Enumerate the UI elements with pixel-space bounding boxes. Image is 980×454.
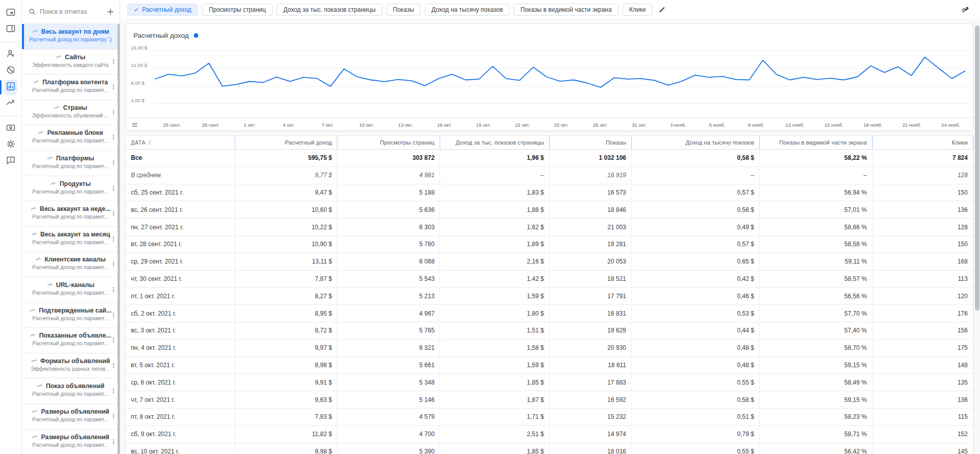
- value-cell: 1,89 $: [440, 236, 550, 253]
- metric-chip[interactable]: Просмотры страниц: [202, 4, 272, 16]
- report-item[interactable]: Показанные объявле...Расчетный доход по …: [22, 328, 120, 353]
- add-report-button[interactable]: [106, 8, 115, 16]
- kebab-menu-icon[interactable]: [109, 259, 118, 269]
- edit-metrics-button[interactable]: [656, 4, 668, 15]
- x-axis-tick: 9 нояб.: [737, 122, 776, 128]
- column-header[interactable]: Клики: [873, 136, 973, 149]
- value-cell: 1,59 $: [440, 288, 550, 304]
- kebab-menu-icon[interactable]: [109, 107, 118, 117]
- rail-item-payments[interactable]: [0, 121, 21, 137]
- metric-chip[interactable]: Доход за тыс. показов страницы: [277, 4, 382, 16]
- bar-chart-icon: [6, 81, 16, 91]
- report-item[interactable]: Весь аккаунт по днямРасчетный доход по п…: [22, 24, 120, 50]
- rail-item-pip[interactable]: [0, 5, 21, 21]
- table-row: ср, 29 сент. 2021 г.13,11 $6 0682,16 $20…: [126, 253, 973, 271]
- report-item[interactable]: ПродуктыРасчетный доход по парамет...: [22, 176, 120, 202]
- report-title: URL-каналы: [29, 281, 111, 289]
- rail-item-person[interactable]: [0, 46, 21, 63]
- column-header[interactable]: Расчетный доход: [235, 136, 338, 149]
- column-header[interactable]: Показы в видимой части экрана: [760, 136, 873, 149]
- value-cell: 0,57 $: [632, 184, 760, 201]
- value-cell: 303 872: [337, 150, 440, 166]
- kebab-menu-icon[interactable]: [109, 284, 118, 295]
- kebab-menu-icon[interactable]: [109, 310, 118, 320]
- hide-chart-button[interactable]: [960, 4, 971, 15]
- value-cell: 1,85 $: [440, 374, 550, 391]
- report-item[interactable]: СайтыЭффективность каждого сайта: [22, 50, 120, 75]
- kebab-menu-icon[interactable]: [109, 57, 118, 67]
- report-item[interactable]: ПлатформыРасчетный доход по парамет...: [22, 151, 120, 176]
- x-axis-tick: 13 окт.: [386, 122, 425, 128]
- report-item[interactable]: URL-каналыРасчетный доход по парамет...: [22, 277, 120, 303]
- value-cell: –: [760, 167, 873, 184]
- kebab-menu-icon[interactable]: [109, 158, 118, 168]
- value-cell: 8,95 $: [235, 305, 338, 322]
- report-item[interactable]: Клиентские каналыРасчетный доход по пара…: [22, 252, 120, 277]
- report-item[interactable]: Весь аккаунт за месяцРасчетный доход по …: [22, 227, 120, 252]
- value-cell: 21 003: [550, 219, 632, 235]
- kebab-menu-icon[interactable]: [109, 411, 118, 421]
- sparkline-icon: [37, 130, 44, 136]
- rail-item-columns[interactable]: [0, 21, 21, 38]
- value-cell: 128: [873, 167, 973, 184]
- kebab-menu-icon[interactable]: [109, 132, 118, 142]
- metric-chip[interactable]: Показы в видимой части экрана: [514, 4, 619, 16]
- metric-chip[interactable]: Показы: [386, 4, 421, 16]
- kebab-menu-icon[interactable]: [109, 386, 118, 396]
- metric-chip[interactable]: Доход на тысячу показов: [425, 4, 510, 16]
- value-cell: 9,91 $: [235, 374, 338, 391]
- column-header[interactable]: Просмотры страниц: [337, 136, 440, 149]
- table-row: пт, 8 окт. 2021 г.7,83 $4 5791,71 $15 23…: [126, 409, 973, 426]
- rail-item-gear[interactable]: [0, 137, 21, 153]
- report-item[interactable]: Размеры объявленийРасчетный доход по пар…: [22, 404, 120, 429]
- value-cell: 8,27 $: [235, 288, 338, 304]
- report-item[interactable]: СтраныЭффективность объявлений ...: [22, 100, 120, 126]
- value-cell: 58,22 %: [760, 150, 873, 166]
- report-subtitle: Эффективность каждого сайта: [29, 62, 111, 68]
- report-item[interactable]: Весь аккаунт за неде...Расчетный доход п…: [22, 201, 120, 227]
- report-subtitle: Расчетный доход по парамет...: [29, 87, 111, 93]
- report-item[interactable]: Рекламные блокиРасчетный доход по параме…: [22, 125, 120, 151]
- column-header[interactable]: Дата↑: [126, 136, 235, 149]
- kebab-menu-icon[interactable]: [109, 335, 118, 345]
- metric-chip[interactable]: ✓Расчетный доход: [127, 4, 198, 16]
- value-cell: 5 661: [337, 357, 440, 374]
- value-cell: 1,71 $: [440, 409, 550, 425]
- column-header[interactable]: Доход на тысячу показов: [632, 136, 760, 149]
- rail-item-block[interactable]: [0, 63, 21, 79]
- value-cell: –: [440, 167, 550, 184]
- sparkline-icon: [31, 358, 38, 364]
- sparkline-icon: [31, 434, 38, 440]
- value-cell: 16 592: [550, 391, 632, 408]
- value-cell: 9,77 $: [235, 167, 338, 184]
- report-list: Весь аккаунт по днямРасчетный доход по п…: [22, 24, 120, 454]
- report-item[interactable]: Подтвержденные сай...Расчетный доход по …: [22, 303, 120, 328]
- main-area: ✓Расчетный доходПросмотры страницДоход з…: [120, 0, 980, 454]
- value-cell: 0,58 $: [632, 150, 760, 166]
- search-input[interactable]: [40, 8, 103, 15]
- report-item[interactable]: Форматы объявленийЭффективность разных т…: [22, 353, 120, 379]
- kebab-menu-icon[interactable]: [109, 208, 118, 219]
- rail-item-feedback[interactable]: [0, 153, 21, 170]
- kebab-menu-icon[interactable]: [109, 361, 118, 371]
- column-header[interactable]: Доход за тыс. показов страницы: [440, 136, 550, 149]
- report-item[interactable]: Показ объявленийРасчетный доход по парам…: [22, 378, 120, 404]
- kebab-menu-icon[interactable]: [109, 437, 118, 447]
- report-item[interactable]: Платформа контентаРасчетный доход по пар…: [22, 75, 120, 100]
- kebab-menu-icon[interactable]: [109, 183, 118, 194]
- value-cell: 9,97 $: [235, 340, 338, 356]
- report-item[interactable]: Размеры объявленийРасчетный доход по пар…: [22, 429, 120, 454]
- sidebar-scrollbar[interactable]: [118, 24, 120, 454]
- value-cell: 8,72 $: [235, 322, 338, 339]
- value-cell: 7,87 $: [235, 271, 338, 288]
- kebab-menu-icon[interactable]: [109, 82, 118, 92]
- rail-item-bar-chart[interactable]: [0, 79, 21, 95]
- value-cell: 1,58 $: [440, 340, 550, 356]
- kebab-menu-icon[interactable]: [109, 234, 118, 244]
- value-cell: 5 636: [337, 201, 440, 218]
- metric-chip[interactable]: Клики: [623, 4, 653, 16]
- table-rows-icon[interactable]: [130, 120, 139, 129]
- rail-item-trend[interactable]: [0, 95, 21, 112]
- main-scrollbar[interactable]: [975, 26, 979, 310]
- column-header[interactable]: Показы: [550, 136, 632, 149]
